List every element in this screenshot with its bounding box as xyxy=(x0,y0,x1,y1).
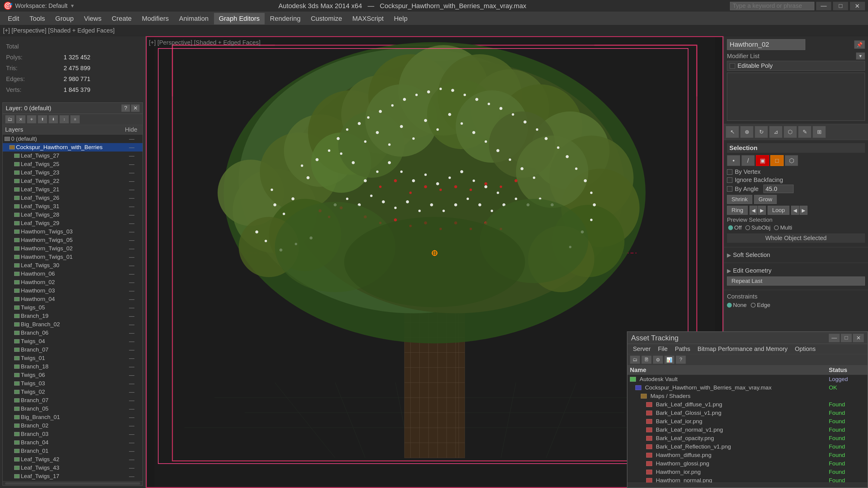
layer-tool-icon3[interactable]: ⬇ xyxy=(49,115,58,124)
layer-item[interactable]: Hawthorn_Twigs_03— xyxy=(3,227,143,236)
asset-menu-paths[interactable]: Paths xyxy=(671,344,694,354)
layer-item[interactable]: Branch_07— xyxy=(3,396,143,404)
layer-scrollbar[interactable] xyxy=(3,481,143,485)
menu-item-animation[interactable]: Animation xyxy=(174,13,213,24)
loop-next-button[interactable]: ▶ xyxy=(800,206,807,215)
layer-tool-icon5[interactable]: ≡ xyxy=(70,115,80,124)
asset-close-button[interactable]: ✕ xyxy=(853,334,864,342)
layer-item[interactable]: Big_Branch_02— xyxy=(3,320,143,329)
grow-button[interactable]: Grow xyxy=(754,195,777,204)
asset-minimize-button[interactable]: — xyxy=(829,334,840,342)
layer-item[interactable]: Twigs_02— xyxy=(3,388,143,396)
asset-list-item[interactable]: Hawthorn_glossi.pngFound xyxy=(627,459,867,468)
asset-list-item[interactable]: Bark_Leaf_diffuse_v1.pngFound xyxy=(627,400,867,409)
layer-item[interactable]: Branch_19— xyxy=(3,312,143,320)
preview-multi-option[interactable]: Multi xyxy=(774,224,792,231)
modifier-current[interactable]: Editable Poly xyxy=(727,61,865,71)
layer-item[interactable]: Leaf_Twigs_26— xyxy=(3,194,143,202)
menu-item-maxscript[interactable]: MAXScript xyxy=(347,13,389,24)
sel-element-icon[interactable]: ⬡ xyxy=(785,155,798,166)
menu-item-tools[interactable]: Tools xyxy=(25,13,50,24)
asset-tool3[interactable]: ⚙ xyxy=(653,355,663,364)
modifier-name-input[interactable] xyxy=(727,39,805,50)
asset-scrollbar[interactable] xyxy=(627,483,867,487)
menu-item-modifiers[interactable]: Modifiers xyxy=(137,13,174,24)
angle-value-input[interactable] xyxy=(764,185,794,193)
layer-tool-icon4[interactable]: ↕ xyxy=(59,115,69,124)
repeat-last-button[interactable]: Repeat Last xyxy=(727,276,865,286)
layer-help-button[interactable]: ? xyxy=(121,104,130,112)
asset-list-item[interactable]: Bark_Leaf_ior.pngFound xyxy=(627,417,867,426)
asset-list-item[interactable]: Hawthorn_normal.pngFound xyxy=(627,476,867,483)
constraint-edge-option[interactable]: Edge xyxy=(751,302,770,308)
minimize-button[interactable]: — xyxy=(816,2,831,10)
layer-item[interactable]: Leaf_Twigs_25— xyxy=(3,160,143,168)
layer-item[interactable]: Leaf_Twigs_30— xyxy=(3,261,143,270)
asset-help[interactable]: ? xyxy=(676,355,686,364)
asset-list-item[interactable]: Bark_Leaf_normal_v1.pngFound xyxy=(627,426,867,434)
dropdown-arrow-icon[interactable]: ▼ xyxy=(70,3,75,9)
layer-item[interactable]: Leaf_Twigs_21— xyxy=(3,185,143,194)
tool-move-icon[interactable]: ⊕ xyxy=(740,126,753,138)
asset-tool1[interactable]: 🗂 xyxy=(630,355,640,364)
layer-tool-icon2[interactable]: ⬆ xyxy=(38,115,47,124)
loop-button[interactable]: Loop xyxy=(768,206,789,215)
by-vertex-checkbox[interactable] xyxy=(727,169,733,175)
layer-tool-icon1[interactable]: 🗂 xyxy=(5,115,15,124)
preview-subobj-option[interactable]: SubObj xyxy=(745,224,770,231)
sel-edge-icon[interactable]: / xyxy=(741,155,755,166)
asset-menu-file[interactable]: File xyxy=(654,344,671,354)
layer-item[interactable]: Twigs_03— xyxy=(3,379,143,388)
layer-item[interactable]: Branch_06— xyxy=(3,329,143,337)
modifier-pin-button[interactable]: 📌 xyxy=(854,40,865,49)
search-input[interactable] xyxy=(730,2,814,10)
layer-item[interactable]: Leaf_Twigs_27— xyxy=(3,152,143,160)
layer-item[interactable]: Twigs_01— xyxy=(3,354,143,362)
layer-item[interactable]: Hawthorn_04— xyxy=(3,295,143,303)
asset-list-item[interactable]: Bark_Leaf_Reflection_v1.pngFound xyxy=(627,443,867,451)
col-hide-label[interactable]: Hide xyxy=(122,126,140,133)
menu-item-edit[interactable]: Edit xyxy=(3,13,24,24)
ring-button[interactable]: Ring xyxy=(727,206,748,215)
constraint-none-option[interactable]: None xyxy=(727,302,747,308)
maximize-button[interactable]: □ xyxy=(833,2,848,10)
ignore-backfacing-checkbox[interactable] xyxy=(727,177,733,183)
asset-list-item[interactable]: Bark_Leaf_opacity.pngFound xyxy=(627,434,867,443)
asset-maximize-button[interactable]: □ xyxy=(841,334,852,342)
asset-menu-bitmap-performance-and-memory[interactable]: Bitmap Performance and Memory xyxy=(694,344,791,354)
shrink-button[interactable]: Shrink xyxy=(727,195,752,204)
layer-item[interactable]: Leaf_Twigs_23— xyxy=(3,168,143,177)
asset-list-item[interactable]: Autodesk VaultLogged xyxy=(627,375,867,384)
tool-select-icon[interactable]: ↖ xyxy=(726,126,739,138)
layer-item[interactable]: Hawthorn_Twigs_05— xyxy=(3,236,143,244)
layer-item[interactable]: Branch_03— xyxy=(3,430,143,438)
sel-vertex-icon[interactable]: • xyxy=(727,155,740,166)
layer-item[interactable]: Big_Branch_01— xyxy=(3,413,143,421)
layer-tool-add[interactable]: + xyxy=(27,115,36,124)
layer-close-button[interactable]: ✕ xyxy=(131,104,140,112)
layer-item[interactable]: Branch_04— xyxy=(3,438,143,447)
layer-item[interactable]: Branch_05— xyxy=(3,404,143,413)
menu-item-customize[interactable]: Customize xyxy=(306,13,347,24)
tool-icon6[interactable]: ✎ xyxy=(798,126,811,138)
layer-item[interactable]: Hawthorn_Twigs_02— xyxy=(3,244,143,253)
asset-list-item[interactable]: Hawthorn_ior.pngFound xyxy=(627,468,867,476)
layer-item[interactable]: Branch_07— xyxy=(3,346,143,354)
layer-item[interactable]: Leaf_Twigs_29— xyxy=(3,219,143,227)
tool-icon7[interactable]: ⊞ xyxy=(812,126,826,138)
layer-item[interactable]: Leaf_Twigs_43— xyxy=(3,464,143,472)
layer-item[interactable]: Leaf_Twigs_31— xyxy=(3,202,143,210)
modifier-list-dropdown[interactable]: ▼ xyxy=(856,53,865,60)
layer-item[interactable]: 0 (default)— xyxy=(3,135,143,143)
tool-icon5[interactable]: ⬡ xyxy=(784,126,797,138)
layer-item[interactable]: Twigs_04— xyxy=(3,337,143,346)
asset-list-item[interactable]: Bark_Leaf_Glossi_v1.pngFound xyxy=(627,409,867,417)
layer-item[interactable]: Branch_01— xyxy=(3,447,143,455)
layer-item[interactable]: Leaf_Twigs_28— xyxy=(3,210,143,219)
soft-selection-expand[interactable]: ▶ Soft Selection xyxy=(727,250,865,260)
menu-item-create[interactable]: Create xyxy=(107,13,136,24)
asset-tool2[interactable]: 🖹 xyxy=(641,355,652,364)
asset-menu-server[interactable]: Server xyxy=(629,344,654,354)
layer-item[interactable]: Hawthorn_02— xyxy=(3,278,143,287)
tool-rotate-icon[interactable]: ↻ xyxy=(755,126,768,138)
